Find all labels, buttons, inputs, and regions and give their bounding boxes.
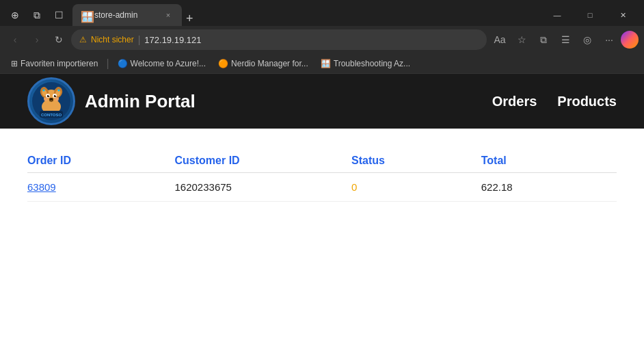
- table-body: 63809 1620233675 0 622.18: [27, 173, 617, 202]
- security-label: Nicht sicher: [91, 35, 134, 44]
- cell-status: 0: [351, 173, 481, 202]
- logo: CONTOSO: [27, 77, 75, 125]
- bookmark-label-troubleshooting: Troubleshooting Az...: [334, 59, 410, 68]
- column-header-total: Total: [481, 149, 617, 173]
- security-warning-icon: ⚠: [79, 35, 87, 44]
- bookmark-azure[interactable]: 🔵 Welcome to Azure!...: [112, 57, 212, 70]
- table-row: 63809 1620233675 0 622.18: [27, 173, 617, 202]
- title-bar: ⊕ ⧉ ☐ 🪟 store-admin × + — □ ✕: [0, 0, 644, 26]
- new-tab-button[interactable]: +: [182, 12, 198, 26]
- logo-area: CONTOSO Admin Portal: [27, 77, 196, 125]
- bookmark-favoriten[interactable]: ⊞ Favoriten importieren: [5, 57, 103, 70]
- bookmark-label-favoriten: Favoriten importieren: [21, 59, 98, 68]
- browser-icons-left: ⊕ ⧉ ☐: [5, 5, 68, 25]
- split-view-button[interactable]: ⧉: [533, 30, 554, 49]
- copilot-button[interactable]: ◎: [577, 30, 598, 49]
- tabs-container: 🪟 store-admin × +: [72, 4, 537, 26]
- svg-point-15: [55, 97, 59, 101]
- orders-nav-link[interactable]: Orders: [492, 94, 537, 109]
- bookmark-nerdio[interactable]: 🟠 Nerdio Manager for...: [213, 57, 314, 70]
- bookmark-label-nerdio: Nerdio Manager for...: [231, 59, 308, 68]
- favorites-button[interactable]: ☆: [511, 30, 532, 49]
- page-content: CONTOSO Admin Portal Orders Products Ord…: [0, 74, 644, 344]
- browser-chrome: ⊕ ⧉ ☐ 🪟 store-admin × + — □ ✕ ‹ › ↻ ⚠ Ni…: [0, 0, 644, 74]
- table-area: Order ID Customer ID Status Total 63809 …: [0, 129, 644, 222]
- read-mode-button[interactable]: Aa: [489, 30, 510, 49]
- order-id-link[interactable]: 63809: [27, 181, 56, 193]
- cell-order-id: 63809: [27, 173, 175, 202]
- bookmark-separator-1: |: [106, 57, 109, 70]
- bookmark-icon-troubleshooting: 🪟: [321, 59, 331, 68]
- svg-point-11: [49, 95, 49, 96]
- svg-text:CONTOSO: CONTOSO: [41, 113, 62, 117]
- back-button[interactable]: ‹: [5, 30, 25, 49]
- svg-point-12: [55, 95, 56, 96]
- forward-button[interactable]: ›: [27, 30, 46, 49]
- app-header: CONTOSO Admin Portal Orders Products: [0, 74, 644, 129]
- close-button[interactable]: ✕: [607, 5, 639, 25]
- column-header-order-id: Order ID: [27, 149, 175, 173]
- collections-button[interactable]: ☰: [555, 30, 576, 49]
- bookmark-icon-azure: 🔵: [118, 59, 128, 68]
- more-tools-button[interactable]: ···: [599, 30, 619, 49]
- window-controls: — □ ✕: [541, 5, 639, 25]
- table-header-row: Order ID Customer ID Status Total: [27, 149, 617, 173]
- tab-title: store-admin: [94, 10, 159, 20]
- products-nav-link[interactable]: Products: [557, 94, 617, 109]
- bookmark-troubleshooting[interactable]: 🪟 Troubleshooting Az...: [315, 57, 416, 70]
- browser-tab-strip-icon[interactable]: ⧉: [27, 5, 46, 25]
- table-header: Order ID Customer ID Status Total: [27, 149, 617, 173]
- svg-point-13: [49, 98, 53, 101]
- bookmark-icon-nerdio: 🟠: [218, 59, 228, 68]
- browser-window-icon[interactable]: ☐: [49, 5, 68, 25]
- cell-customer-id: 1620233675: [175, 173, 352, 202]
- svg-point-16: [43, 90, 45, 92]
- minimize-button[interactable]: —: [541, 5, 573, 25]
- active-tab[interactable]: 🪟 store-admin ×: [72, 4, 182, 26]
- address-separator: |: [138, 34, 141, 45]
- nav-right-buttons: Aa ☆ ⧉ ☰ ◎ ···: [489, 30, 639, 49]
- orders-table: Order ID Customer ID Status Total 63809 …: [27, 149, 617, 202]
- reload-button[interactable]: ↻: [49, 30, 68, 49]
- column-header-status: Status: [351, 149, 481, 173]
- logo-svg: CONTOSO: [31, 81, 72, 122]
- bookmark-icon-favoriten: ⊞: [11, 59, 18, 68]
- tab-favicon: 🪟: [81, 10, 90, 20]
- maximize-button[interactable]: □: [574, 5, 606, 25]
- column-header-customer-id: Customer ID: [175, 149, 352, 173]
- address-text: 172.19.19.121: [144, 35, 201, 45]
- navigation-bar: ‹ › ↻ ⚠ Nicht sicher | 172.19.19.121 Aa …: [0, 26, 644, 53]
- bookmark-label-azure: Welcome to Azure!...: [131, 59, 206, 68]
- bookmarks-bar: ⊞ Favoriten importieren | 🔵 Welcome to A…: [0, 53, 644, 74]
- tab-close-button[interactable]: ×: [163, 10, 174, 21]
- cell-total: 622.18: [481, 173, 617, 202]
- profile-button[interactable]: [621, 31, 639, 49]
- svg-point-17: [58, 90, 60, 92]
- app-title: Admin Portal: [85, 91, 196, 112]
- browser-menu-icon[interactable]: ⊕: [5, 5, 25, 25]
- address-bar[interactable]: ⚠ Nicht sicher | 172.19.19.121: [71, 29, 487, 50]
- svg-point-14: [44, 97, 48, 101]
- main-nav: Orders Products: [492, 94, 617, 109]
